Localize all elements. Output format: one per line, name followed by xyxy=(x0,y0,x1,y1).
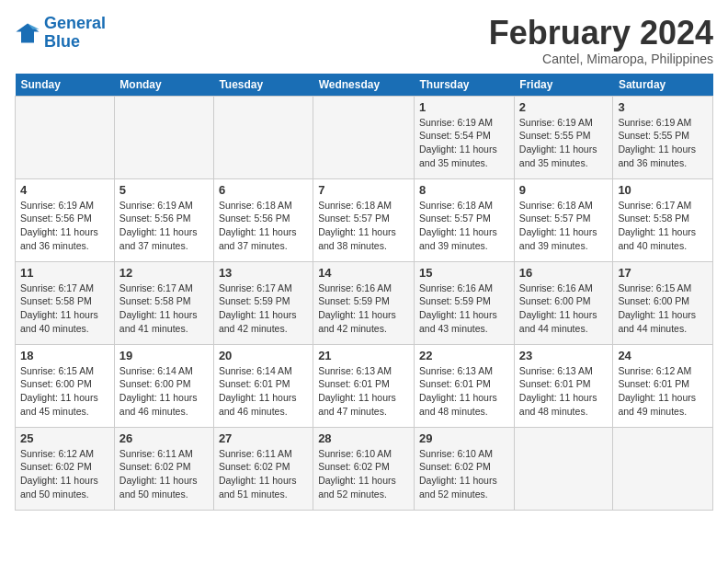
calendar-day-cell xyxy=(213,96,313,178)
calendar-table: SundayMondayTuesdayWednesdayThursdayFrid… xyxy=(15,74,713,511)
calendar-week-row: 11Sunrise: 6:17 AMSunset: 5:58 PMDayligh… xyxy=(16,261,713,344)
day-info: Sunrise: 6:17 AMSunset: 5:58 PMDaylight:… xyxy=(119,282,209,336)
page-header: General Blue February 2024 Cantel, Mimar… xyxy=(15,15,713,66)
day-info: Sunrise: 6:19 AMSunset: 5:55 PMDaylight:… xyxy=(618,116,708,170)
day-number: 27 xyxy=(219,431,308,445)
calendar-day-cell: 3Sunrise: 6:19 AMSunset: 5:55 PMDaylight… xyxy=(613,96,713,178)
calendar-day-cell: 8Sunrise: 6:18 AMSunset: 5:57 PMDaylight… xyxy=(415,178,515,261)
month-title: February 2024 xyxy=(489,15,713,52)
day-info: Sunrise: 6:16 AMSunset: 6:00 PMDaylight:… xyxy=(519,282,609,336)
calendar-day-cell: 15Sunrise: 6:16 AMSunset: 5:59 PMDayligh… xyxy=(415,261,515,344)
day-number: 28 xyxy=(318,431,409,445)
day-info: Sunrise: 6:12 AMSunset: 6:01 PMDaylight:… xyxy=(618,364,708,419)
day-of-week-header: Thursday xyxy=(415,74,515,97)
calendar-day-cell xyxy=(114,96,213,178)
day-info: Sunrise: 6:19 AMSunset: 5:55 PMDaylight:… xyxy=(519,116,609,170)
calendar-week-row: 1Sunrise: 6:19 AMSunset: 5:54 PMDaylight… xyxy=(16,96,713,178)
calendar-day-cell xyxy=(514,427,613,510)
day-info: Sunrise: 6:18 AMSunset: 5:56 PMDaylight:… xyxy=(219,199,308,253)
calendar-week-row: 25Sunrise: 6:12 AMSunset: 6:02 PMDayligh… xyxy=(16,427,713,510)
logo-text: General Blue xyxy=(44,15,106,52)
day-info: Sunrise: 6:11 AMSunset: 6:02 PMDaylight:… xyxy=(119,447,209,501)
day-info: Sunrise: 6:19 AMSunset: 5:56 PMDaylight:… xyxy=(20,199,109,253)
day-number: 24 xyxy=(618,349,708,362)
day-info: Sunrise: 6:13 AMSunset: 6:01 PMDaylight:… xyxy=(519,364,609,419)
day-number: 17 xyxy=(618,266,708,280)
calendar-day-cell xyxy=(613,427,713,510)
day-number: 4 xyxy=(20,183,109,197)
day-info: Sunrise: 6:13 AMSunset: 6:01 PMDaylight:… xyxy=(318,364,409,419)
day-number: 13 xyxy=(219,266,308,280)
calendar-day-cell: 25Sunrise: 6:12 AMSunset: 6:02 PMDayligh… xyxy=(16,427,115,510)
day-info: Sunrise: 6:14 AMSunset: 6:00 PMDaylight:… xyxy=(119,364,209,419)
day-info: Sunrise: 6:15 AMSunset: 6:00 PMDaylight:… xyxy=(618,282,708,336)
day-info: Sunrise: 6:10 AMSunset: 6:02 PMDaylight:… xyxy=(318,447,409,501)
day-info: Sunrise: 6:17 AMSunset: 5:58 PMDaylight:… xyxy=(20,282,109,336)
calendar-day-cell: 1Sunrise: 6:19 AMSunset: 5:54 PMDaylight… xyxy=(415,96,515,178)
location: Cantel, Mimaropa, Philippines xyxy=(489,52,713,66)
day-number: 15 xyxy=(419,266,509,280)
day-of-week-header: Monday xyxy=(114,74,213,97)
day-number: 10 xyxy=(618,183,708,197)
calendar-day-cell: 10Sunrise: 6:17 AMSunset: 5:58 PMDayligh… xyxy=(613,178,713,261)
day-of-week-header: Tuesday xyxy=(213,74,313,97)
day-info: Sunrise: 6:14 AMSunset: 6:01 PMDaylight:… xyxy=(219,364,308,419)
day-number: 23 xyxy=(519,349,609,362)
calendar-day-cell: 22Sunrise: 6:13 AMSunset: 6:01 PMDayligh… xyxy=(415,344,515,427)
day-of-week-header: Saturday xyxy=(613,74,713,97)
calendar-day-cell: 21Sunrise: 6:13 AMSunset: 6:01 PMDayligh… xyxy=(313,344,415,427)
day-number: 14 xyxy=(318,266,409,280)
day-info: Sunrise: 6:11 AMSunset: 6:02 PMDaylight:… xyxy=(219,447,308,501)
day-info: Sunrise: 6:16 AMSunset: 5:59 PMDaylight:… xyxy=(419,282,509,336)
calendar-day-cell xyxy=(313,96,415,178)
calendar-day-cell: 7Sunrise: 6:18 AMSunset: 5:57 PMDaylight… xyxy=(313,178,415,261)
day-info: Sunrise: 6:12 AMSunset: 6:02 PMDaylight:… xyxy=(20,447,109,501)
day-info: Sunrise: 6:17 AMSunset: 5:58 PMDaylight:… xyxy=(618,199,708,253)
day-info: Sunrise: 6:18 AMSunset: 5:57 PMDaylight:… xyxy=(519,199,609,253)
calendar-day-cell: 19Sunrise: 6:14 AMSunset: 6:00 PMDayligh… xyxy=(114,344,213,427)
calendar-day-cell: 14Sunrise: 6:16 AMSunset: 5:59 PMDayligh… xyxy=(313,261,415,344)
day-number: 18 xyxy=(20,349,109,362)
calendar-week-row: 4Sunrise: 6:19 AMSunset: 5:56 PMDaylight… xyxy=(16,178,713,261)
calendar-day-cell: 23Sunrise: 6:13 AMSunset: 6:01 PMDayligh… xyxy=(514,344,613,427)
calendar-week-row: 18Sunrise: 6:15 AMSunset: 6:00 PMDayligh… xyxy=(16,344,713,427)
day-of-week-header: Sunday xyxy=(16,74,115,97)
day-number: 8 xyxy=(419,183,509,197)
calendar-day-cell: 5Sunrise: 6:19 AMSunset: 5:56 PMDaylight… xyxy=(114,178,213,261)
calendar-day-cell: 4Sunrise: 6:19 AMSunset: 5:56 PMDaylight… xyxy=(16,178,115,261)
calendar-day-cell: 6Sunrise: 6:18 AMSunset: 5:56 PMDaylight… xyxy=(213,178,313,261)
day-number: 20 xyxy=(219,349,308,362)
calendar-day-cell: 18Sunrise: 6:15 AMSunset: 6:00 PMDayligh… xyxy=(16,344,115,427)
calendar-day-cell: 24Sunrise: 6:12 AMSunset: 6:01 PMDayligh… xyxy=(613,344,713,427)
day-number: 29 xyxy=(419,431,509,445)
day-number: 3 xyxy=(618,100,708,114)
day-number: 12 xyxy=(119,266,209,280)
day-info: Sunrise: 6:17 AMSunset: 5:59 PMDaylight:… xyxy=(219,282,308,336)
calendar-day-cell: 12Sunrise: 6:17 AMSunset: 5:58 PMDayligh… xyxy=(114,261,213,344)
calendar-day-cell: 20Sunrise: 6:14 AMSunset: 6:01 PMDayligh… xyxy=(213,344,313,427)
day-info: Sunrise: 6:18 AMSunset: 5:57 PMDaylight:… xyxy=(419,199,509,253)
day-number: 11 xyxy=(20,266,109,280)
calendar-day-cell: 11Sunrise: 6:17 AMSunset: 5:58 PMDayligh… xyxy=(16,261,115,344)
calendar-day-cell: 29Sunrise: 6:10 AMSunset: 6:02 PMDayligh… xyxy=(415,427,515,510)
day-number: 9 xyxy=(519,183,609,197)
calendar-day-cell: 17Sunrise: 6:15 AMSunset: 6:00 PMDayligh… xyxy=(613,261,713,344)
svg-marker-0 xyxy=(16,23,39,42)
day-info: Sunrise: 6:10 AMSunset: 6:02 PMDaylight:… xyxy=(419,447,509,501)
calendar-day-cell: 2Sunrise: 6:19 AMSunset: 5:55 PMDaylight… xyxy=(514,96,613,178)
calendar-header-row: SundayMondayTuesdayWednesdayThursdayFrid… xyxy=(16,74,713,97)
day-number: 22 xyxy=(419,349,509,362)
day-info: Sunrise: 6:19 AMSunset: 5:54 PMDaylight:… xyxy=(419,116,509,170)
calendar-day-cell xyxy=(16,96,115,178)
logo-icon xyxy=(15,20,40,46)
title-block: February 2024 Cantel, Mimaropa, Philippi… xyxy=(489,15,713,66)
day-number: 5 xyxy=(119,183,209,197)
day-number: 6 xyxy=(219,183,308,197)
calendar-day-cell: 13Sunrise: 6:17 AMSunset: 5:59 PMDayligh… xyxy=(213,261,313,344)
logo: General Blue xyxy=(15,15,106,52)
calendar-day-cell: 26Sunrise: 6:11 AMSunset: 6:02 PMDayligh… xyxy=(114,427,213,510)
day-number: 21 xyxy=(318,349,409,362)
day-info: Sunrise: 6:13 AMSunset: 6:01 PMDaylight:… xyxy=(419,364,509,419)
day-of-week-header: Wednesday xyxy=(313,74,415,97)
day-number: 16 xyxy=(519,266,609,280)
